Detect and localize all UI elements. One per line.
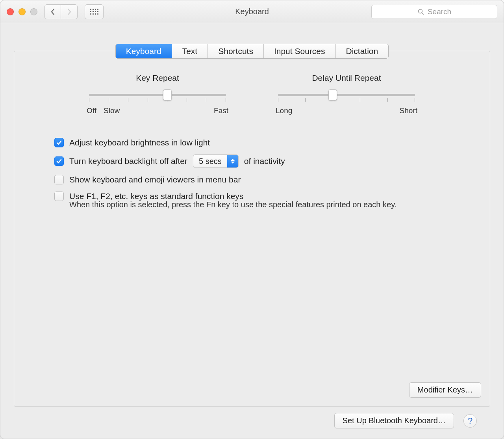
sliders-row: Key Repeat Off Slow Fast bbox=[35, 73, 469, 115]
modifier-keys-button[interactable]: Modifier Keys… bbox=[409, 382, 481, 398]
slider-track bbox=[89, 94, 226, 96]
search-placeholder: Search bbox=[428, 7, 451, 16]
zoom-window-button bbox=[30, 8, 37, 15]
svg-line-1 bbox=[422, 13, 424, 15]
show-viewers-checkbox[interactable] bbox=[54, 175, 64, 184]
slider-ticks bbox=[89, 98, 226, 102]
content: Keyboard Text Shortcuts Input Sources Di… bbox=[0, 23, 504, 439]
label-long: Long bbox=[276, 106, 292, 115]
check-icon bbox=[56, 158, 62, 164]
check-icon bbox=[56, 140, 62, 146]
tab-label: Input Sources bbox=[274, 47, 325, 56]
help-button[interactable]: ? bbox=[463, 414, 477, 428]
show-all-button[interactable] bbox=[85, 4, 104, 19]
tab-text[interactable]: Text bbox=[172, 44, 208, 58]
delay-title: Delay Until Repeat bbox=[276, 73, 417, 83]
slider-thumb[interactable] bbox=[328, 89, 337, 100]
show-viewers-label: Show keyboard and emoji viewers in menu … bbox=[69, 175, 241, 184]
minimize-window-button[interactable] bbox=[19, 8, 26, 15]
search-input[interactable]: Search bbox=[371, 5, 497, 19]
key-repeat-slider[interactable] bbox=[89, 90, 226, 100]
forward-button bbox=[61, 4, 78, 19]
button-label: Modifier Keys… bbox=[417, 385, 473, 394]
tab-keyboard[interactable]: Keyboard bbox=[116, 44, 172, 58]
key-repeat-group: Key Repeat Off Slow Fast bbox=[87, 73, 228, 115]
delay-slider[interactable] bbox=[278, 90, 415, 100]
question-icon: ? bbox=[468, 416, 472, 426]
keyboard-panel: Key Repeat Off Slow Fast bbox=[14, 51, 490, 407]
tab-label: Dictation bbox=[346, 47, 378, 56]
fn-keys-subtext: When this option is selected, press the … bbox=[69, 200, 469, 209]
fn-keys-row: Use F1, F2, etc. keys as standard functi… bbox=[54, 192, 469, 201]
tab-input-sources[interactable]: Input Sources bbox=[264, 44, 336, 58]
footer: Set Up Bluetooth Keyboard… ? bbox=[14, 407, 490, 431]
tab-bar: Keyboard Text Shortcuts Input Sources Di… bbox=[115, 44, 389, 59]
options-list: Adjust keyboard brightness in low light … bbox=[54, 138, 469, 209]
delay-group: Delay Until Repeat Long Short bbox=[276, 73, 417, 115]
adjust-brightness-checkbox[interactable] bbox=[54, 138, 64, 147]
show-viewers-row: Show keyboard and emoji viewers in menu … bbox=[54, 175, 469, 184]
backlight-off-label-pre: Turn keyboard backlight off after bbox=[69, 156, 187, 166]
tab-dictation[interactable]: Dictation bbox=[336, 44, 389, 58]
tab-label: Keyboard bbox=[126, 47, 161, 56]
window-title: Keyboard bbox=[235, 7, 269, 16]
backlight-off-label-post: of inactivity bbox=[244, 156, 285, 166]
key-repeat-labels: Off Slow Fast bbox=[87, 106, 228, 115]
tab-shortcuts[interactable]: Shortcuts bbox=[208, 44, 264, 58]
tab-label: Shortcuts bbox=[218, 47, 253, 56]
backlight-off-checkbox[interactable] bbox=[54, 156, 64, 166]
label-fast: Fast bbox=[214, 106, 228, 115]
adjust-brightness-label: Adjust keyboard brightness in low light bbox=[69, 138, 210, 147]
svg-point-0 bbox=[419, 9, 422, 13]
adjust-brightness-row: Adjust keyboard brightness in low light bbox=[54, 138, 469, 147]
backlight-timeout-select[interactable]: 5 secs bbox=[193, 154, 239, 168]
slider-track bbox=[278, 94, 415, 96]
keyboard-preferences-window: Keyboard Search Keyboard Text Shortcuts … bbox=[0, 0, 504, 439]
slider-thumb[interactable] bbox=[163, 89, 172, 100]
titlebar: Keyboard Search bbox=[0, 0, 504, 23]
button-label: Set Up Bluetooth Keyboard… bbox=[343, 416, 446, 425]
select-value: 5 secs bbox=[193, 157, 227, 166]
search-icon bbox=[417, 8, 424, 15]
grid-icon bbox=[90, 9, 98, 15]
chevron-right-icon bbox=[67, 8, 72, 15]
key-repeat-title: Key Repeat bbox=[87, 73, 228, 83]
fn-keys-label: Use F1, F2, etc. keys as standard functi… bbox=[69, 192, 243, 201]
nav-buttons bbox=[44, 4, 78, 19]
tab-label: Text bbox=[182, 47, 198, 56]
label-short: Short bbox=[400, 106, 417, 115]
chevron-left-icon bbox=[50, 8, 55, 15]
slider-ticks bbox=[278, 98, 415, 102]
fn-keys-checkbox[interactable] bbox=[54, 192, 64, 201]
window-controls bbox=[7, 8, 37, 15]
close-window-button[interactable] bbox=[7, 8, 14, 15]
delay-labels: Long Short bbox=[276, 106, 417, 115]
setup-bluetooth-keyboard-button[interactable]: Set Up Bluetooth Keyboard… bbox=[334, 413, 454, 428]
backlight-off-row: Turn keyboard backlight off after 5 secs… bbox=[54, 154, 469, 168]
back-button[interactable] bbox=[44, 4, 61, 19]
label-off: Off bbox=[87, 106, 96, 115]
label-slow: Slow bbox=[104, 106, 120, 115]
select-stepper-icon bbox=[227, 155, 238, 167]
